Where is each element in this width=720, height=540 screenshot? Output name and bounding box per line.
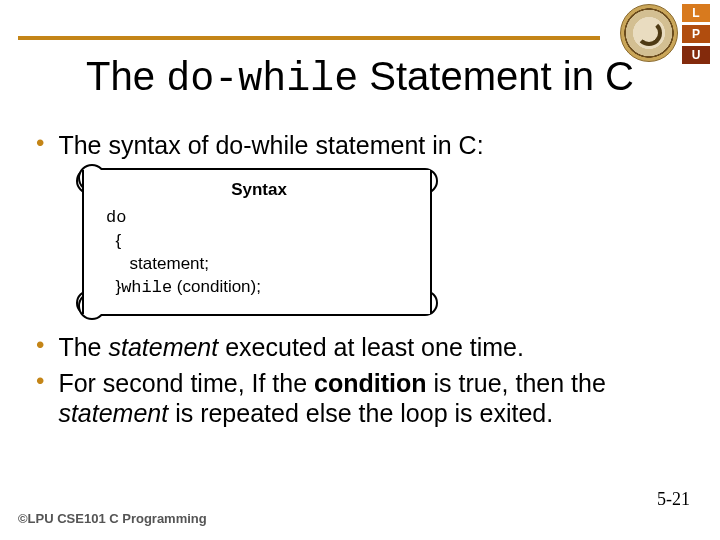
footer-copyright: ©LPU CSE101 C Programming xyxy=(18,511,207,526)
lpu-tile-p: P xyxy=(682,25,710,43)
bullet-dot-icon: • xyxy=(36,130,44,160)
lpu-tile-l: L xyxy=(682,4,710,22)
bullet-2-text: For second time, If the condition is tru… xyxy=(58,368,684,428)
title-mono: do-while xyxy=(166,57,358,102)
syntax-code: do { statement; }while (condition); xyxy=(106,206,412,300)
b2-pre: For second time, If the xyxy=(58,369,314,397)
code-do: do xyxy=(106,208,126,227)
b1-pre: The xyxy=(58,333,108,361)
syntax-label: Syntax xyxy=(106,180,412,200)
title-post: Statement in C xyxy=(358,54,634,98)
bullet-1-text: The statement executed at least one time… xyxy=(58,332,524,362)
bullet-dot-icon: • xyxy=(36,368,44,428)
code-close-brace: } xyxy=(106,277,121,296)
slide-title: The do-while Statement in C xyxy=(0,54,720,102)
bullet-1: • The statement executed at least one ti… xyxy=(36,332,684,362)
b2-post: is repeated else the loop is exited. xyxy=(175,399,553,427)
intro-text: The syntax of do-while statement in C: xyxy=(58,130,483,160)
footer-page-number: 5-21 xyxy=(657,489,690,510)
slide-body: • The syntax of do-while statement in C:… xyxy=(36,130,684,434)
syntax-scroll: Syntax do { statement; }while (condition… xyxy=(82,170,432,314)
b2-em: statement xyxy=(58,399,175,427)
bullet-intro: • The syntax of do-while statement in C: xyxy=(36,130,684,160)
code-open-brace: { xyxy=(106,231,121,250)
bullet-2: • For second time, If the condition is t… xyxy=(36,368,684,428)
code-statement: statement; xyxy=(106,254,209,273)
b2-bold: condition xyxy=(314,369,426,397)
code-while: while xyxy=(121,278,172,297)
scroll-body: Syntax do { statement; }while (condition… xyxy=(82,170,432,314)
header-rule xyxy=(18,36,600,40)
code-condition: (condition); xyxy=(172,277,261,296)
bullet-dot-icon: • xyxy=(36,332,44,362)
b1-post: executed at least one time. xyxy=(218,333,524,361)
title-pre: The xyxy=(86,54,166,98)
b2-mid: is true, then the xyxy=(427,369,606,397)
b1-em: statement xyxy=(108,333,218,361)
